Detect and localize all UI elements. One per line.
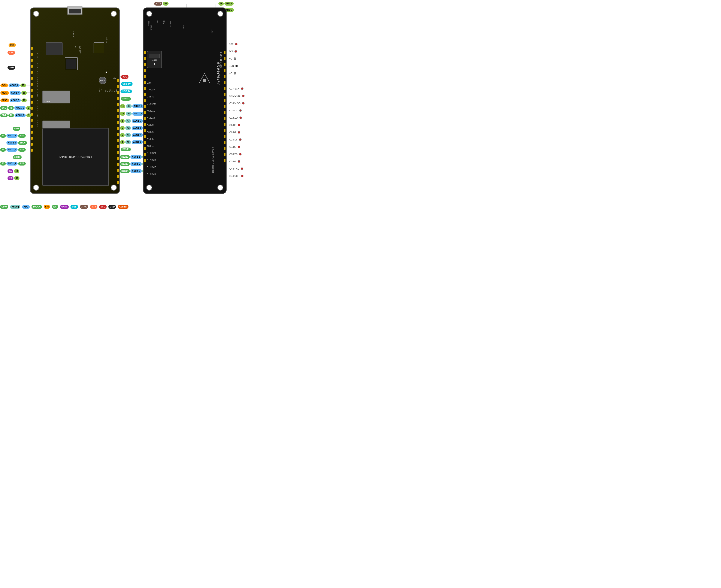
pin-d1447: D14/47 xyxy=(121,97,131,101)
pin-18d6: ADC2_7 18/D6 xyxy=(6,141,27,145)
rb-pin-3v3: 3V3 xyxy=(229,50,237,53)
pin-mtck: 39 MTCK xyxy=(218,2,234,5)
pin-d1321: D13/21 xyxy=(121,148,131,151)
pin-tx: TX 43 xyxy=(7,169,19,173)
rb-pin-io43: IO43/TXD xyxy=(229,167,243,170)
pin-3d2: T3 ADC1_2 3/D2 xyxy=(0,162,26,166)
pin-9d7: T9 ADC1_8 9/D7 xyxy=(0,134,26,138)
pin-usbdminus: USB_D- xyxy=(121,89,132,93)
main-container: CAM ESP32-S3-WROOM-1 BOOT 21/D13 47/D14 … xyxy=(0,0,257,210)
rb-pin-io1: IO1/SDA xyxy=(229,117,242,119)
legend-control: Control xyxy=(118,205,128,209)
legend-gpio: GPIO xyxy=(0,205,8,209)
pin-mtdi: MTDI 41 xyxy=(154,2,169,5)
rb-pin-rst: RST xyxy=(229,43,237,45)
legend-jtag: JTAG xyxy=(80,205,88,209)
rb-pin-gnd: GND xyxy=(229,65,238,67)
legend-spi: SPI xyxy=(44,205,50,209)
pin-scl: SCL T1 ADC1_0 2 xyxy=(0,106,31,110)
rb-pin-io15: IO15/MOSI xyxy=(229,94,245,97)
pin-sda: SDA T2 ADC1_1 1 xyxy=(0,113,31,117)
rb-pin-io38: IO38/D3 xyxy=(229,153,241,155)
pin-mosi: MOSI ADC2_4 15 xyxy=(0,91,27,95)
rb-pin-io16: IO16/MISO xyxy=(229,102,245,105)
esp-module-text: ESP32-S3-WROOM-1 xyxy=(59,155,92,159)
pin-gnd-left: GND xyxy=(7,66,15,69)
pin-33v-left: 3.3V xyxy=(7,51,15,55)
legend-33v: 3.3V xyxy=(90,205,98,209)
pin-7d5: T7 ADC1_6 7/D5 xyxy=(0,148,26,152)
legend-touch: TOUCH xyxy=(31,205,42,209)
rb-pin-io18: IO18/D6 xyxy=(229,138,241,141)
left-board: CAM ESP32-S3-WROOM-1 BOOT 21/D13 47/D14 … xyxy=(30,7,120,194)
legend-vcc: VCC xyxy=(99,205,107,209)
rb-pin-io44: IO44/RXD xyxy=(229,175,243,177)
right-board: TDI TCK TMS TDO VUSB GND RST 47/D14 Li-i… xyxy=(143,7,227,194)
svg-point-21 xyxy=(203,79,206,82)
pin-vcc-right: VCC xyxy=(121,75,128,79)
pin-sck: SCK ADC2_6 17 xyxy=(0,84,26,87)
rb-pin-nc2: NC xyxy=(229,72,236,75)
legend: GPIO Analog ADC TOUCH SPI I2C UART USB J… xyxy=(0,205,257,209)
rb-pin-io0: IO0/D9 xyxy=(229,124,240,126)
rb-pin-io2: IO2/SCL xyxy=(229,109,242,112)
legend-i2c: I2C xyxy=(52,205,58,209)
badge-gnd: GND xyxy=(7,66,15,69)
pin-usbdplus: USB_D+ xyxy=(121,82,132,86)
rb-pin-io9: IO9/D7 xyxy=(229,131,240,133)
rb-pin-io3: IO3/D2 xyxy=(229,160,240,163)
rb-pin-nc1: NC xyxy=(229,57,236,60)
legend-gnd: GND xyxy=(108,205,116,209)
badge-33v: 3.3V xyxy=(7,51,15,55)
pin-miso: MISO ADC2_5 16 xyxy=(0,99,27,102)
pin-0d9: 0/D9 xyxy=(13,127,20,131)
pin-rst-left: RST xyxy=(8,43,16,47)
legend-uart: UART xyxy=(60,205,69,209)
badge-rst: RST xyxy=(8,43,16,47)
legend-analog: Analog xyxy=(10,205,20,209)
rb-pin-io7: IO7/D5 xyxy=(229,146,240,148)
legend-usb: USB xyxy=(70,205,78,209)
pin-rx: RX 44 xyxy=(7,176,20,180)
rb-pin-io17: IO17/SCK xyxy=(229,87,243,90)
pin-38d3: 38/D3 xyxy=(13,155,22,159)
legend-adc: ADC xyxy=(22,205,30,209)
